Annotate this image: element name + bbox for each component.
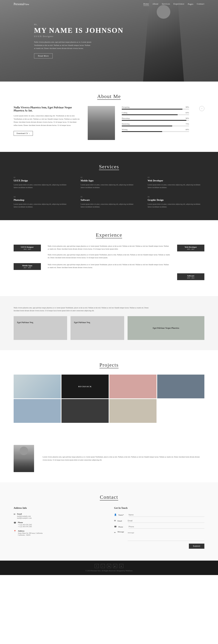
- phone-icon: ☎: [14, 522, 16, 524]
- footer-copyright: © 2019 Personal View. All Rights Reserve…: [14, 570, 204, 572]
- form-message-row: ✏ Message: [114, 531, 204, 541]
- about-skills: Designing 90% Coding 83% Photoshop 96%: [122, 106, 189, 134]
- nav-services[interactable]: Services: [162, 3, 170, 6]
- email-icon: ✉: [14, 513, 15, 516]
- form-email-input[interactable]: [128, 519, 204, 523]
- exp-content-2: Nulla viverra pharetra sem, eget pulvina…: [46, 263, 172, 269]
- about-photo: [88, 106, 115, 140]
- experience-section: Experience UI/UX Designer 2012 - 2015 Nu…: [0, 220, 218, 296]
- about-paragraph: Lorem ipsum dolor sit amet, consectetur …: [14, 114, 81, 127]
- hero-person: [143, 0, 184, 82]
- testimonials-section: Nulla viverra pharetra sem, eget pulvina…: [0, 296, 218, 350]
- form-name-input[interactable]: [129, 513, 204, 517]
- facebook-icon[interactable]: f: [95, 564, 99, 568]
- linkedin-icon[interactable]: in: [107, 564, 111, 568]
- form-phone-icon: ☎: [114, 526, 117, 528]
- footer: f t in g+ p © 2019 Personal View. All Ri…: [0, 560, 218, 575]
- projects-title: Projects: [14, 362, 204, 368]
- skill-value: 83%: [186, 112, 189, 114]
- experience-title: Experience: [14, 232, 204, 238]
- form-phone-row: ☎ Phone: [114, 525, 204, 529]
- hero-read-more-button[interactable]: Read More: [34, 53, 53, 58]
- exp-badge-mobile: Mobile Apps 2017 - 2019: [14, 263, 41, 270]
- skill-value: 90%: [186, 106, 189, 108]
- download-cv-button[interactable]: Download CV ↓: [14, 131, 33, 136]
- about-nav-arrow[interactable]: ›: [199, 106, 204, 111]
- service-web: 03 Web Developer Lorem ipsum dolor sit a…: [148, 176, 204, 189]
- exp-content-1: Nulla viverra pharetra sem, eget pulvina…: [46, 244, 172, 259]
- form-name-row: 👤 Name*: [114, 513, 204, 517]
- form-email-row: ✉ Email: [114, 519, 204, 523]
- location-icon: 📍: [14, 530, 16, 532]
- hero-title: UI/UX Designer: [34, 35, 124, 38]
- about-text-block: Nulla Viverra Pharetra Sem, Eget Pulvina…: [14, 106, 81, 136]
- contact-address-block: Address Info ✉ Email mail@example.com ma…: [14, 507, 104, 549]
- pinterest-icon[interactable]: p: [119, 564, 123, 568]
- project-item-6[interactable]: [61, 399, 109, 423]
- exp-row-2: Mobile Apps 2017 - 2019 Nulla viverra ph…: [14, 263, 204, 280]
- nav-home[interactable]: Home: [143, 3, 149, 6]
- skill-designing: Designing 90%: [122, 106, 189, 110]
- skill-name: Writing: [122, 128, 128, 130]
- about-content: Nulla Viverra Pharetra Sem, Eget Pulvina…: [14, 106, 204, 140]
- project-item-4[interactable]: [157, 374, 204, 398]
- form-message-icon: ✏: [114, 531, 116, 534]
- hero-greeting: Hi,: [34, 23, 124, 26]
- projects-grid: RUCKSACK: [14, 374, 204, 423]
- exp-row-1: UI/UX Designer 2012 - 2015 Nulla viverra…: [14, 244, 204, 259]
- skill-name: Designing: [122, 106, 130, 108]
- skill-coding: Coding 83%: [122, 112, 189, 115]
- contact-section: Contact Address Info ✉ Email mail@exampl…: [0, 482, 218, 560]
- service-mobile: 02 Mobile Apps Lorem ipsum dolor sit ame…: [80, 176, 137, 189]
- testimonial-card-2: Eget Pulvinar Neq: [70, 316, 124, 340]
- contact-email-item: ✉ Email mail@example.com mail@example1.c…: [14, 513, 104, 519]
- project-item-5[interactable]: [14, 399, 61, 423]
- skill-name: Photoshop: [122, 117, 130, 119]
- nav-pages[interactable]: Pages: [188, 3, 193, 6]
- about-section: About Me Nulla Viverra Pharetra Sem, Ege…: [0, 82, 218, 152]
- form-phone-input[interactable]: [129, 525, 204, 529]
- testimonial-main-text: Nulla viverra pharetra sem, eget pulvina…: [14, 306, 150, 312]
- author-bio: Lorem viverra pharetra sem, eget pulvina…: [43, 456, 204, 462]
- hero-section: Hi, MY NAME IS JOHNSON UI/UX Designer Nu…: [0, 0, 218, 82]
- services-grid: 01 UI/UX Design Lorem ipsum dolor sit am…: [14, 176, 204, 208]
- hero-name: MY NAME IS JOHNSON: [34, 27, 124, 34]
- testimonial-card-1: Eget Pulvinar Neq: [14, 316, 67, 340]
- site-logo[interactable]: PersonalView: [14, 2, 29, 6]
- project-item-1[interactable]: [14, 374, 61, 398]
- contact-grid: Address Info ✉ Email mail@example.com ma…: [14, 507, 204, 549]
- form-name-icon: 👤: [114, 514, 117, 516]
- nav-links: Home About Services Experience Pages Con…: [143, 3, 204, 6]
- about-title: About Me: [14, 94, 204, 99]
- about-navigation: ›: [196, 106, 204, 111]
- skill-value: 60%: [186, 128, 189, 130]
- hero-description: Nulla viverra pharetra sem, eget pulvina…: [34, 40, 92, 50]
- project-item-7[interactable]: [109, 399, 157, 423]
- service-software: 05 Software Lorem ipsum dolor sit amet, …: [80, 196, 137, 208]
- skill-name: Coding: [122, 112, 127, 114]
- service-uiux: 01 UI/UX Design Lorem ipsum dolor sit am…: [14, 176, 70, 189]
- services-title: Services: [14, 164, 204, 170]
- testimonial-card-big: Eget Pulvinar Neque Pharetra: [128, 316, 204, 340]
- submit-button[interactable]: Submit: [189, 544, 204, 549]
- service-photoshop: 04 Photoshop Lorem ipsum dolor sit amet,…: [14, 196, 70, 208]
- contact-phone-item: ☎ Phone +1 (2) 345 678 2345 +1 (2) 345 6…: [14, 521, 104, 528]
- project-item-3[interactable]: [109, 374, 157, 398]
- skill-writing: Writing 60%: [122, 128, 189, 132]
- skill-photoshop: Photoshop 96%: [122, 117, 189, 121]
- nav-about[interactable]: About: [152, 3, 158, 6]
- contact-form-block: Get In Touch 👤 Name* ✉ Email ☎ Phone ✏ M…: [114, 507, 204, 549]
- contact-address-item: 📍 Address Some Main Str. 999 near, Calif…: [14, 530, 104, 536]
- twitter-icon[interactable]: t: [101, 564, 105, 568]
- testimonial-cards: Eget Pulvinar Neq Eget Pulvinar Neq Eget…: [14, 316, 204, 340]
- author-photo: [14, 445, 34, 472]
- services-section: Services 01 UI/UX Design Lorem ipsum dol…: [0, 152, 218, 220]
- nav-experience[interactable]: Experience: [174, 3, 184, 6]
- nav-contact[interactable]: Contact: [197, 3, 204, 6]
- googleplus-icon[interactable]: g+: [113, 564, 117, 568]
- skill-value: 96%: [186, 117, 189, 119]
- project-item-2[interactable]: RUCKSACK: [61, 374, 109, 398]
- download-icon: ↓: [29, 132, 30, 134]
- form-email-icon: ✉: [114, 520, 116, 522]
- form-message-input[interactable]: [128, 531, 204, 541]
